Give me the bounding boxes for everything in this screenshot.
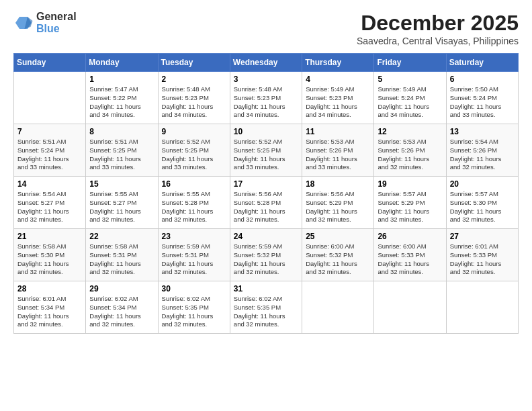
day-cell: 3Sunrise: 5:48 AMSunset: 5:23 PMDaylight… [230, 72, 302, 124]
day-cell [14, 72, 86, 124]
day-number: 24 [234, 232, 298, 241]
header-cell-monday: Monday [86, 54, 158, 72]
day-info: Sunrise: 6:01 AMSunset: 5:34 PMDaylight:… [17, 295, 82, 329]
day-number: 18 [306, 179, 370, 189]
header-row: SundayMondayTuesdayWednesdayThursdayFrid… [14, 54, 519, 72]
day-info: Sunrise: 5:58 AMSunset: 5:30 PMDaylight:… [17, 242, 82, 277]
day-number: 22 [89, 232, 154, 241]
day-number: 5 [378, 75, 442, 84]
week-row-1: 7Sunrise: 5:51 AMSunset: 5:24 PMDaylight… [14, 124, 519, 177]
day-cell: 26Sunrise: 6:00 AMSunset: 5:33 PMDayligh… [374, 229, 446, 281]
day-info: Sunrise: 5:48 AMSunset: 5:23 PMDaylight:… [162, 85, 226, 120]
day-info: Sunrise: 5:48 AMSunset: 5:23 PMDaylight:… [234, 85, 298, 120]
day-info: Sunrise: 5:51 AMSunset: 5:24 PMDaylight:… [17, 138, 82, 172]
day-number: 17 [234, 179, 298, 189]
day-number: 19 [378, 179, 442, 189]
day-info: Sunrise: 5:49 AMSunset: 5:23 PMDaylight:… [306, 85, 370, 120]
day-info: Sunrise: 5:56 AMSunset: 5:29 PMDaylight:… [306, 190, 370, 224]
logo-general: General [36, 11, 77, 23]
main-container: General Blue December 2025 Saavedra, Cen… [0, 0, 532, 340]
day-cell: 24Sunrise: 5:59 AMSunset: 5:32 PMDayligh… [230, 229, 302, 281]
day-info: Sunrise: 6:02 AMSunset: 5:35 PMDaylight:… [162, 295, 226, 329]
day-info: Sunrise: 5:57 AMSunset: 5:29 PMDaylight:… [378, 190, 442, 224]
day-info: Sunrise: 6:02 AMSunset: 5:34 PMDaylight:… [89, 295, 154, 329]
day-cell: 18Sunrise: 5:56 AMSunset: 5:29 PMDayligh… [302, 177, 374, 229]
day-number: 14 [17, 179, 82, 189]
day-info: Sunrise: 6:02 AMSunset: 5:35 PMDaylight:… [234, 295, 298, 329]
day-cell: 5Sunrise: 5:49 AMSunset: 5:24 PMDaylight… [374, 72, 446, 124]
day-number: 31 [234, 284, 298, 293]
week-row-4: 28Sunrise: 6:01 AMSunset: 5:34 PMDayligh… [14, 281, 519, 334]
day-cell: 17Sunrise: 5:56 AMSunset: 5:28 PMDayligh… [230, 177, 302, 229]
day-cell: 11Sunrise: 5:53 AMSunset: 5:26 PMDayligh… [302, 124, 374, 177]
logo-blue: Blue [36, 23, 77, 35]
day-cell: 14Sunrise: 5:54 AMSunset: 5:27 PMDayligh… [14, 177, 86, 229]
day-info: Sunrise: 5:55 AMSunset: 5:27 PMDaylight:… [89, 190, 154, 224]
day-info: Sunrise: 5:59 AMSunset: 5:32 PMDaylight:… [234, 242, 298, 277]
day-cell [446, 281, 518, 334]
day-cell: 2Sunrise: 5:48 AMSunset: 5:23 PMDaylight… [158, 72, 230, 124]
calendar-table: SundayMondayTuesdayWednesdayThursdayFrid… [13, 53, 519, 334]
day-number: 30 [162, 284, 226, 293]
header-cell-wednesday: Wednesday [230, 54, 302, 72]
day-info: Sunrise: 5:57 AMSunset: 5:30 PMDaylight:… [450, 190, 515, 224]
day-info: Sunrise: 5:50 AMSunset: 5:24 PMDaylight:… [450, 85, 515, 120]
day-cell: 13Sunrise: 5:54 AMSunset: 5:26 PMDayligh… [446, 124, 518, 177]
day-cell: 21Sunrise: 5:58 AMSunset: 5:30 PMDayligh… [14, 229, 86, 281]
day-info: Sunrise: 5:52 AMSunset: 5:25 PMDaylight:… [234, 138, 298, 172]
day-cell: 7Sunrise: 5:51 AMSunset: 5:24 PMDaylight… [14, 124, 86, 177]
day-number: 10 [234, 127, 298, 136]
day-number: 27 [450, 232, 515, 241]
day-number: 20 [450, 179, 515, 189]
day-info: Sunrise: 5:58 AMSunset: 5:31 PMDaylight:… [89, 242, 154, 277]
day-cell: 1Sunrise: 5:47 AMSunset: 5:22 PMDaylight… [86, 72, 158, 124]
day-info: Sunrise: 5:56 AMSunset: 5:28 PMDaylight:… [234, 190, 298, 224]
header-cell-tuesday: Tuesday [158, 54, 230, 72]
header: General Blue December 2025 Saavedra, Cen… [13, 11, 519, 46]
day-info: Sunrise: 5:53 AMSunset: 5:26 PMDaylight:… [378, 138, 442, 172]
logo-icon [13, 13, 34, 33]
day-cell: 15Sunrise: 5:55 AMSunset: 5:27 PMDayligh… [86, 177, 158, 229]
week-row-0: 1Sunrise: 5:47 AMSunset: 5:22 PMDaylight… [14, 72, 519, 124]
day-cell [374, 281, 446, 334]
day-info: Sunrise: 5:55 AMSunset: 5:28 PMDaylight:… [162, 190, 226, 224]
location: Saavedra, Central Visayas, Philippines [357, 36, 519, 46]
day-number: 6 [450, 75, 515, 84]
day-cell: 22Sunrise: 5:58 AMSunset: 5:31 PMDayligh… [86, 229, 158, 281]
day-cell: 31Sunrise: 6:02 AMSunset: 5:35 PMDayligh… [230, 281, 302, 334]
day-cell: 19Sunrise: 5:57 AMSunset: 5:29 PMDayligh… [374, 177, 446, 229]
day-cell: 4Sunrise: 5:49 AMSunset: 5:23 PMDaylight… [302, 72, 374, 124]
day-cell: 28Sunrise: 6:01 AMSunset: 5:34 PMDayligh… [14, 281, 86, 334]
day-info: Sunrise: 5:52 AMSunset: 5:25 PMDaylight:… [162, 138, 226, 172]
day-cell: 29Sunrise: 6:02 AMSunset: 5:34 PMDayligh… [86, 281, 158, 334]
day-info: Sunrise: 5:51 AMSunset: 5:25 PMDaylight:… [89, 138, 154, 172]
day-cell: 25Sunrise: 6:00 AMSunset: 5:32 PMDayligh… [302, 229, 374, 281]
day-number: 21 [17, 232, 82, 241]
day-number: 25 [306, 232, 370, 241]
day-number: 28 [17, 284, 82, 293]
day-number: 11 [306, 127, 370, 136]
day-number: 26 [378, 232, 442, 241]
logo: General Blue [13, 11, 77, 35]
day-number: 23 [162, 232, 226, 241]
header-cell-friday: Friday [374, 54, 446, 72]
day-number: 2 [162, 75, 226, 84]
day-number: 4 [306, 75, 370, 84]
week-row-3: 21Sunrise: 5:58 AMSunset: 5:30 PMDayligh… [14, 229, 519, 281]
day-number: 8 [89, 127, 154, 136]
logo-text: General Blue [36, 11, 77, 35]
day-info: Sunrise: 6:00 AMSunset: 5:32 PMDaylight:… [306, 242, 370, 277]
day-info: Sunrise: 5:53 AMSunset: 5:26 PMDaylight:… [306, 138, 370, 172]
day-cell: 27Sunrise: 6:01 AMSunset: 5:33 PMDayligh… [446, 229, 518, 281]
day-cell: 9Sunrise: 5:52 AMSunset: 5:25 PMDaylight… [158, 124, 230, 177]
day-cell: 16Sunrise: 5:55 AMSunset: 5:28 PMDayligh… [158, 177, 230, 229]
day-info: Sunrise: 6:01 AMSunset: 5:33 PMDaylight:… [450, 242, 515, 277]
day-cell [302, 281, 374, 334]
day-cell: 20Sunrise: 5:57 AMSunset: 5:30 PMDayligh… [446, 177, 518, 229]
day-cell: 23Sunrise: 5:59 AMSunset: 5:31 PMDayligh… [158, 229, 230, 281]
day-number: 29 [89, 284, 154, 293]
day-cell: 30Sunrise: 6:02 AMSunset: 5:35 PMDayligh… [158, 281, 230, 334]
header-cell-thursday: Thursday [302, 54, 374, 72]
day-info: Sunrise: 5:59 AMSunset: 5:31 PMDaylight:… [162, 242, 226, 277]
week-row-2: 14Sunrise: 5:54 AMSunset: 5:27 PMDayligh… [14, 177, 519, 229]
